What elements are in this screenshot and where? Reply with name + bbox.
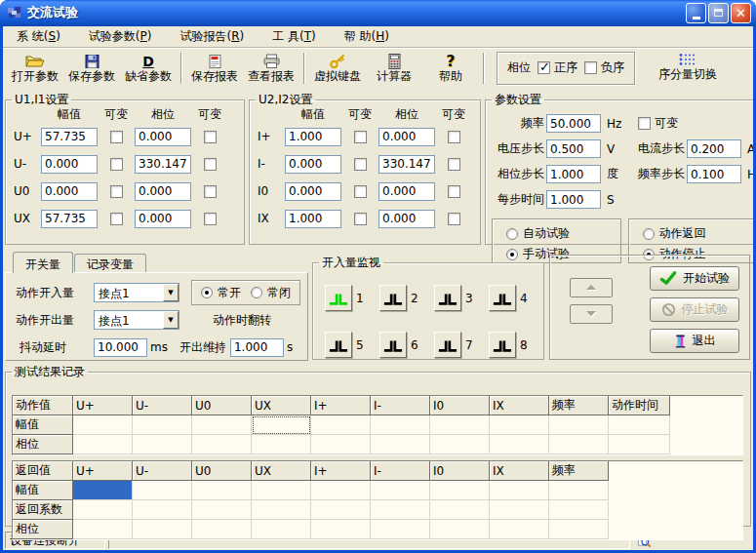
u2-amplitude-input[interactable] xyxy=(285,182,341,201)
contact-button-2[interactable] xyxy=(379,285,407,311)
menu-item-s[interactable]: 系 统(S) xyxy=(7,26,70,47)
result-cell[interactable] xyxy=(311,415,371,435)
stop-test-button[interactable]: 停止试验 xyxy=(650,297,739,322)
result-cell[interactable] xyxy=(73,520,133,539)
result-cell[interactable] xyxy=(549,481,609,500)
u2-amplitude-input[interactable] xyxy=(285,128,341,146)
phase-variable-checkbox[interactable] xyxy=(204,213,217,225)
normally-open-radio[interactable]: 常开 xyxy=(201,285,241,301)
result-cell[interactable] xyxy=(371,520,430,539)
u1-phase-input[interactable] xyxy=(135,210,191,228)
close-button[interactable]: ✕ xyxy=(731,3,751,23)
titlebar[interactable]: 交流试验 ✕ xyxy=(0,0,756,26)
exit-button[interactable]: 退出 xyxy=(650,329,739,353)
current-step-input[interactable] xyxy=(687,139,741,158)
minimize-button[interactable] xyxy=(686,3,706,23)
negative-sequence-checkbox[interactable]: 负序 xyxy=(584,59,624,76)
contact-button-3[interactable] xyxy=(434,285,461,311)
toolbar-button-default-d[interactable]: D缺省参数 xyxy=(120,50,177,86)
result-cell[interactable] xyxy=(311,520,371,539)
amplitude-variable-checkbox[interactable] xyxy=(354,213,367,225)
contact-button-1[interactable] xyxy=(325,285,352,311)
menu-item-t[interactable]: 工 具(T) xyxy=(262,26,326,47)
result-cell[interactable] xyxy=(133,481,192,500)
u1-amplitude-input[interactable] xyxy=(41,155,98,174)
result-cell[interactable] xyxy=(490,500,549,520)
result-cell[interactable] xyxy=(371,415,430,435)
amplitude-variable-checkbox[interactable] xyxy=(354,185,367,198)
u1-phase-input[interactable] xyxy=(135,128,191,146)
result-cell[interactable] xyxy=(609,415,670,435)
u1-amplitude-input[interactable] xyxy=(41,182,98,201)
result-cell[interactable] xyxy=(192,500,252,520)
result-cell[interactable] xyxy=(311,435,371,454)
result-cell[interactable] xyxy=(73,481,133,500)
chevron-down-icon[interactable]: ▼ xyxy=(163,284,179,301)
result-cell[interactable] xyxy=(430,415,490,435)
result-cell[interactable] xyxy=(371,435,430,454)
maximize-button[interactable] xyxy=(708,3,729,23)
start-test-button[interactable]: 开始试验 xyxy=(650,266,739,291)
result-cell[interactable] xyxy=(73,435,133,454)
result-cell[interactable] xyxy=(371,500,430,520)
action-return-radio[interactable]: 动作返回 xyxy=(643,225,754,242)
phase-variable-checkbox[interactable] xyxy=(204,185,217,198)
result-cell[interactable] xyxy=(192,435,252,454)
result-cell[interactable] xyxy=(133,415,192,435)
amplitude-variable-checkbox[interactable] xyxy=(110,131,123,143)
result-cell[interactable] xyxy=(549,435,609,454)
phase-variable-checkbox[interactable] xyxy=(448,185,460,198)
u2-amplitude-input[interactable] xyxy=(285,210,341,228)
contact-button-5[interactable] xyxy=(325,332,352,358)
sequence-toggle-button[interactable]: 序分量切换 xyxy=(658,53,717,83)
frequency-step-input[interactable] xyxy=(687,165,741,183)
u1-phase-input[interactable] xyxy=(135,182,191,201)
result-cell[interactable] xyxy=(192,481,252,500)
contact-button-7[interactable] xyxy=(434,332,461,358)
frequency-variable-checkbox[interactable]: 可变 xyxy=(638,115,678,132)
toolbar-button-calculator[interactable]: 计算器 xyxy=(366,50,422,86)
auto-test-radio[interactable]: 自动试验 xyxy=(506,225,620,242)
result-cell[interactable] xyxy=(133,520,192,539)
result-cell[interactable] xyxy=(133,500,192,520)
toolbar-button-floppy-disk[interactable]: 保存参数 xyxy=(63,50,120,86)
toolbar-button-printer[interactable]: 查看报表 xyxy=(243,50,299,86)
tab-switch-quantity[interactable]: 开关量 xyxy=(13,252,73,273)
chevron-down-icon[interactable]: ▼ xyxy=(163,311,179,329)
result-cell[interactable] xyxy=(252,481,311,500)
result-cell[interactable] xyxy=(311,500,371,520)
u2-phase-input[interactable] xyxy=(378,155,435,174)
result-cell[interactable] xyxy=(490,415,549,435)
normally-closed-radio[interactable]: 常闭 xyxy=(251,285,291,301)
amplitude-variable-checkbox[interactable] xyxy=(354,158,367,171)
result-cell[interactable] xyxy=(609,435,670,454)
phase-variable-checkbox[interactable] xyxy=(448,213,460,225)
result-cell[interactable] xyxy=(549,500,609,520)
amplitude-variable-checkbox[interactable] xyxy=(110,185,123,198)
result-cell[interactable] xyxy=(490,520,549,539)
amplitude-variable-checkbox[interactable] xyxy=(354,131,367,143)
action-output-select[interactable]: 接点1 ▼ xyxy=(94,310,179,330)
result-cell[interactable] xyxy=(490,481,549,500)
result-cell[interactable] xyxy=(192,520,252,539)
result-cell[interactable] xyxy=(549,520,609,539)
scroll-up-button[interactable] xyxy=(570,278,613,297)
u1-amplitude-input[interactable] xyxy=(41,210,98,228)
voltage-step-input[interactable] xyxy=(546,139,601,158)
menu-item-h[interactable]: 帮 助(H) xyxy=(335,26,399,47)
phase-variable-checkbox[interactable] xyxy=(448,158,460,171)
menu-item-p[interactable]: 试验参数(P) xyxy=(79,26,162,47)
u2-phase-input[interactable] xyxy=(378,210,435,228)
amplitude-variable-checkbox[interactable] xyxy=(110,158,123,171)
toolbar-button-key[interactable]: 虚拟键盘 xyxy=(309,50,366,86)
contact-button-4[interactable] xyxy=(489,285,516,311)
result-cell[interactable] xyxy=(73,415,133,435)
step-time-input[interactable] xyxy=(546,190,601,209)
contact-button-8[interactable] xyxy=(489,332,516,358)
toolbar-button-question-mark[interactable]: ?帮助 xyxy=(422,50,479,86)
positive-sequence-checkbox[interactable]: 正序 xyxy=(537,59,577,76)
phase-step-input[interactable] xyxy=(546,165,601,183)
menu-item-r[interactable]: 试验报告(R) xyxy=(170,26,254,47)
result-cell[interactable] xyxy=(430,435,490,454)
result-cell[interactable] xyxy=(252,520,311,539)
